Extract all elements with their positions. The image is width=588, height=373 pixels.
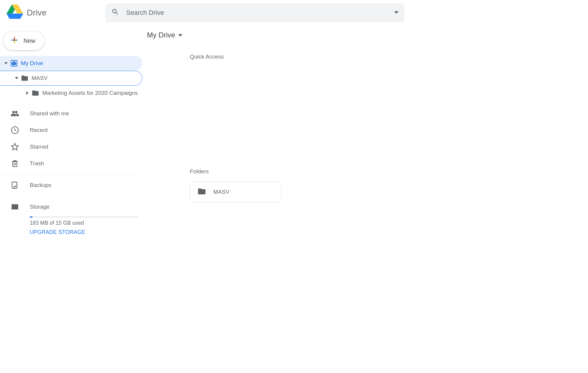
- search-input[interactable]: [126, 9, 394, 17]
- folder-tree: My Drive MASV Marketing Assets for 2020 …: [0, 56, 142, 100]
- star-icon: [11, 143, 30, 151]
- nav-storage[interactable]: Storage: [0, 199, 142, 215]
- nav-label: Trash: [30, 160, 44, 167]
- folders-heading: Folders: [190, 168, 581, 175]
- tree-item-marketing-assets[interactable]: Marketing Assets for 2020 Campaigns: [0, 86, 142, 100]
- chevron-down-icon[interactable]: [12, 76, 21, 80]
- new-button[interactable]: New: [3, 31, 45, 51]
- tree-item-label: MASV: [32, 75, 48, 81]
- drive-icon: [10, 59, 21, 67]
- nav-recent[interactable]: Recent: [0, 122, 142, 139]
- storage-usage-text: 183 MB of 15 GB used: [30, 220, 142, 226]
- clock-icon: [11, 126, 30, 134]
- nav-shared-with-me[interactable]: Shared with me: [0, 105, 142, 122]
- folder-card[interactable]: MASV: [190, 182, 282, 202]
- trash-icon: [11, 159, 30, 168]
- sidebar: New My Drive MASV: [0, 26, 142, 373]
- folder-name: MASV: [213, 189, 229, 195]
- tree-item-masv[interactable]: MASV: [0, 71, 142, 86]
- nav-trash[interactable]: Trash: [0, 155, 142, 172]
- nav-label: Starred: [30, 144, 48, 150]
- nav-backups[interactable]: Backups: [0, 177, 142, 193]
- new-button-label: New: [24, 37, 35, 44]
- storage-icon: [11, 203, 30, 211]
- chevron-down-icon: [178, 31, 182, 39]
- search-icon: [111, 8, 119, 17]
- search-bar[interactable]: [105, 3, 404, 22]
- nav-label: Storage: [30, 204, 50, 210]
- app-name: Drive: [27, 8, 46, 18]
- folder-icon: [197, 187, 206, 197]
- folder-icon: [32, 89, 42, 97]
- tree-item-label: Marketing Assets for 2020 Campaigns: [42, 90, 138, 96]
- nav-label: Shared with me: [30, 110, 69, 117]
- folder-icon: [21, 74, 32, 82]
- storage-meter: [30, 216, 139, 218]
- app-logo[interactable]: Drive: [7, 4, 105, 22]
- app-header: Drive: [0, 0, 588, 26]
- tree-item-label: My Drive: [21, 60, 43, 67]
- breadcrumb[interactable]: My Drive: [147, 31, 182, 39]
- main-content: My Drive Quick Access Folders MASV: [142, 26, 588, 373]
- backup-icon: [11, 181, 30, 189]
- chevron-right-icon[interactable]: [23, 91, 32, 95]
- search-options-icon[interactable]: [394, 10, 398, 16]
- main-header: My Drive: [142, 26, 581, 45]
- chevron-down-icon[interactable]: [2, 62, 10, 65]
- plus-icon: [10, 36, 19, 46]
- tree-item-my-drive[interactable]: My Drive: [0, 56, 142, 71]
- quick-access-heading: Quick Access: [190, 53, 581, 60]
- nav-label: Recent: [30, 127, 48, 133]
- folders-grid: MASV: [190, 182, 581, 202]
- quick-access-area: [142, 67, 581, 159]
- people-icon: [11, 109, 30, 118]
- nav-starred[interactable]: Starred: [0, 139, 142, 155]
- drive-logo-icon: [7, 4, 23, 22]
- breadcrumb-label: My Drive: [147, 31, 175, 39]
- upgrade-storage-link[interactable]: UPGRADE STORAGE: [30, 229, 142, 235]
- nav-label: Backups: [30, 182, 51, 188]
